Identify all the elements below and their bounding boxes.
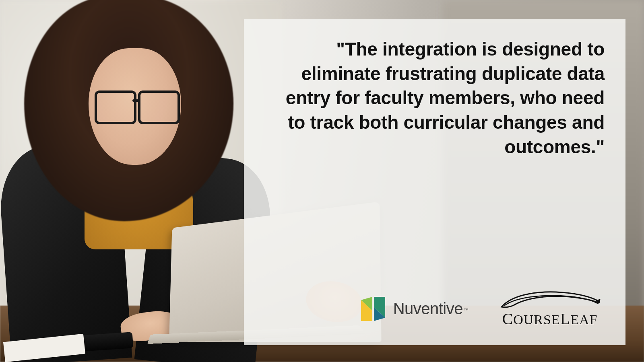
glasses-icon bbox=[95, 90, 179, 122]
promo-graphic: "The integration is designed to eliminat… bbox=[0, 0, 644, 362]
logo-row: Nuventive™ COURSELEAF bbox=[265, 289, 605, 331]
courseleaf-wordmark: COURSELEAF bbox=[502, 309, 598, 328]
courseleaf-logo: COURSELEAF bbox=[497, 289, 602, 328]
nuventive-wordmark: Nuventive™ bbox=[393, 300, 469, 318]
trademark-symbol: ™ bbox=[463, 307, 469, 313]
nuventive-mark-icon bbox=[359, 294, 388, 323]
nuventive-logo: Nuventive™ bbox=[359, 294, 469, 323]
quote-panel: "The integration is designed to eliminat… bbox=[244, 19, 625, 345]
nuventive-name: Nuventive bbox=[393, 300, 463, 317]
courseleaf-horse-icon bbox=[497, 289, 602, 309]
quote-text: "The integration is designed to eliminat… bbox=[265, 37, 605, 159]
